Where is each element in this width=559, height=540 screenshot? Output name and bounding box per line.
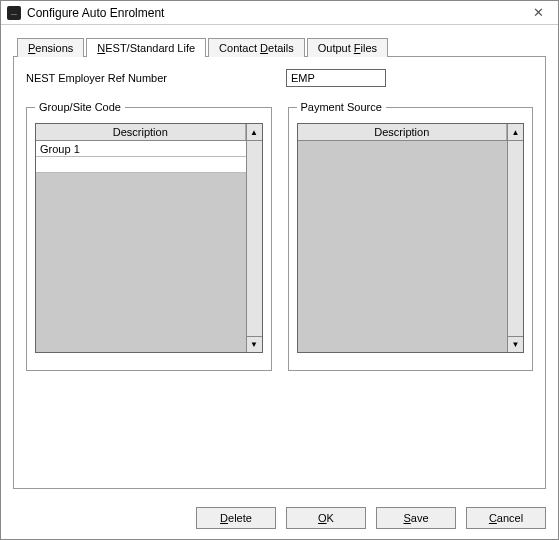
grid-header: Description ▲ bbox=[298, 124, 524, 141]
tab-strip: Pensions NEST/Standard Life Contact Deta… bbox=[13, 38, 546, 57]
group-site-grid[interactable]: Description ▲ Group 1 ▼ bbox=[35, 123, 263, 353]
window-title: Configure Auto Enrolment bbox=[27, 6, 524, 20]
grid-header-description[interactable]: Description bbox=[298, 124, 508, 140]
tab-pensions[interactable]: Pensions bbox=[17, 38, 84, 57]
tab-label-rest: iles bbox=[361, 42, 378, 54]
grid-header: Description ▲ bbox=[36, 124, 262, 141]
scroll-down-icon[interactable]: ▼ bbox=[246, 336, 262, 352]
payment-source-box: Payment Source Description ▲ ▼ bbox=[288, 101, 534, 371]
employer-ref-row: NEST Employer Ref Number bbox=[26, 69, 533, 87]
dialog-buttons: Delete OK Save Cancel bbox=[1, 497, 558, 539]
save-button[interactable]: Save bbox=[376, 507, 456, 529]
scroll-up-icon[interactable]: ▲ bbox=[507, 124, 523, 140]
close-icon[interactable]: ✕ bbox=[524, 3, 552, 23]
employer-ref-label: NEST Employer Ref Number bbox=[26, 72, 286, 84]
grid-header-description[interactable]: Description bbox=[36, 124, 246, 140]
titlebar: ... Configure Auto Enrolment ✕ bbox=[1, 1, 558, 25]
tab-panel: NEST Employer Ref Number Group/Site Code… bbox=[13, 56, 546, 489]
tab-output-files[interactable]: Output Files bbox=[307, 38, 388, 57]
tab-label-rest: ensions bbox=[35, 42, 73, 54]
cancel-button[interactable]: Cancel bbox=[466, 507, 546, 529]
payment-source-legend: Payment Source bbox=[297, 101, 386, 113]
scrollbar-track[interactable] bbox=[246, 141, 262, 336]
tab-label-rest: etails bbox=[268, 42, 294, 54]
tab-label-pre: Contact bbox=[219, 42, 260, 54]
grid-cell[interactable] bbox=[36, 157, 246, 173]
dialog-window: ... Configure Auto Enrolment ✕ Pensions … bbox=[0, 0, 559, 540]
scroll-up-icon[interactable]: ▲ bbox=[246, 124, 262, 140]
scroll-down-icon[interactable]: ▼ bbox=[507, 336, 523, 352]
button-label: Save bbox=[403, 512, 428, 524]
tab-hotkey: D bbox=[260, 42, 268, 54]
delete-button[interactable]: Delete bbox=[196, 507, 276, 529]
grid-cell[interactable]: Group 1 bbox=[36, 141, 246, 157]
tab-hotkey: F bbox=[354, 42, 361, 54]
client-area: Pensions NEST/Standard Life Contact Deta… bbox=[1, 25, 558, 497]
scrollbar-track[interactable] bbox=[507, 141, 523, 336]
tab-label-pre: Output bbox=[318, 42, 354, 54]
group-site-legend: Group/Site Code bbox=[35, 101, 125, 113]
tab-contact-details[interactable]: Contact Details bbox=[208, 38, 305, 57]
grid-body: Group 1 ▼ bbox=[36, 141, 262, 352]
tab-nest-standard-life[interactable]: NEST/Standard Life bbox=[86, 38, 206, 57]
groupboxes: Group/Site Code Description ▲ Group 1 ▼ bbox=[26, 101, 533, 371]
ok-button[interactable]: OK bbox=[286, 507, 366, 529]
payment-source-grid[interactable]: Description ▲ ▼ bbox=[297, 123, 525, 353]
grid-body: ▼ bbox=[298, 141, 524, 352]
group-site-code-box: Group/Site Code Description ▲ Group 1 ▼ bbox=[26, 101, 272, 371]
button-label: Cancel bbox=[489, 512, 523, 524]
employer-ref-input[interactable] bbox=[286, 69, 386, 87]
app-icon: ... bbox=[7, 6, 21, 20]
button-label: OK bbox=[318, 512, 334, 524]
tab-label-rest: EST/Standard Life bbox=[105, 42, 195, 54]
button-label: Delete bbox=[220, 512, 252, 524]
